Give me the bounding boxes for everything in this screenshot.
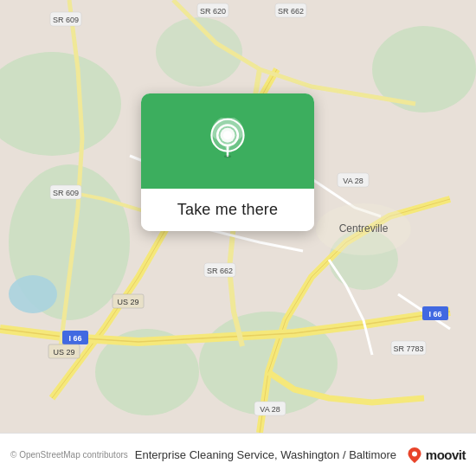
business-name: Enterprise Cleaning Service, Washington … [135,448,400,461]
svg-point-40 [224,155,231,158]
svg-text:US 29: US 29 [53,348,74,357]
svg-text:SR 609: SR 609 [53,189,79,197]
copyright-text: © OpenStreetMap contributors [10,450,128,460]
moovit-brand-text: moovit [426,447,466,462]
bottom-bar: © OpenStreetMap contributors Enterprise … [0,433,476,476]
svg-point-41 [412,451,417,456]
svg-text:Centreville: Centreville [339,222,389,235]
svg-text:VA 28: VA 28 [260,405,280,414]
svg-text:US 29: US 29 [117,298,138,306]
svg-text:I 66: I 66 [428,310,441,318]
moovit-logo: moovit [407,447,466,463]
svg-text:SR 7783: SR 7783 [393,344,423,353]
svg-text:VA 28: VA 28 [343,177,363,185]
location-callout-card: Take me there [141,93,314,231]
svg-text:SR 662: SR 662 [278,7,304,16]
svg-text:I 66: I 66 [68,334,81,343]
location-pin-icon [204,118,251,164]
map-view: SR 609 SR 620 SR 662 VA 28 I 66 I 66 US … [0,0,476,433]
svg-point-8 [9,275,57,313]
svg-point-38 [223,131,232,139]
svg-text:SR 662: SR 662 [207,267,233,275]
moovit-pin-icon [407,447,422,463]
svg-text:SR 620: SR 620 [200,7,226,16]
take-me-there-button[interactable]: Take me there [141,189,314,231]
svg-text:SR 609: SR 609 [53,16,79,24]
callout-header [141,93,314,189]
